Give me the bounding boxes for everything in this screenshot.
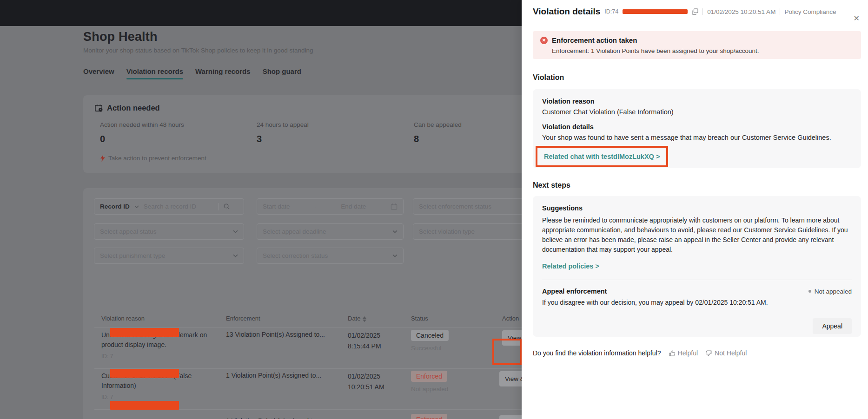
chevron-down-icon	[233, 254, 238, 257]
redaction-bar	[110, 369, 179, 378]
chevron-down-icon	[392, 254, 398, 257]
chevron-down-icon	[134, 205, 139, 208]
status-dot	[808, 290, 811, 293]
end-date-field[interactable]: End date	[341, 203, 366, 210]
prevent-enforcement-note: Take action to prevent enforcement	[100, 155, 206, 162]
appeal-enforcement-label: Appeal enforcement	[542, 288, 607, 295]
suggestions-label: Suggestions	[542, 204, 852, 212]
tab-overview[interactable]: Overview	[83, 67, 114, 79]
next-steps-heading: Next steps	[533, 181, 570, 190]
divider	[218, 203, 219, 210]
lightning-icon	[100, 155, 106, 162]
stat-24h-appeal: 24 hours to appeal 3	[257, 121, 309, 144]
tab-shop-guard[interactable]: Shop guard	[263, 67, 301, 79]
annotation-highlight	[492, 339, 522, 365]
record-id-search[interactable]: Record ID	[94, 198, 244, 215]
feedback-footer: Do you find the violation information he…	[533, 349, 747, 357]
violation-details-label: Violation details	[542, 123, 852, 131]
appeal-button[interactable]: Appeal	[813, 318, 852, 334]
violation-reason-value: Customer Chat Violation (False Informati…	[542, 108, 852, 116]
date-separator: -	[314, 203, 317, 210]
violation-details-value: Your shop was found to have sent a messa…	[542, 134, 852, 141]
correction-status-select[interactable]: Select correction status	[257, 248, 404, 264]
copy-icon[interactable]	[692, 8, 698, 15]
calendar-clock-icon	[94, 104, 103, 112]
redaction-bar	[623, 9, 688, 14]
redaction-bar	[110, 328, 179, 337]
start-date-field[interactable]: Start date	[263, 203, 290, 210]
calendar-icon[interactable]	[391, 203, 398, 210]
panel-title: Violation details	[533, 7, 600, 17]
action-needed-title: Action needed	[107, 104, 160, 112]
violation-section-heading: Violation	[533, 73, 564, 82]
col-enforcement: Enforcement	[226, 315, 260, 322]
stat-can-be-appealed: Can be appealed 8	[414, 121, 462, 144]
status-badge: Enforced	[411, 371, 447, 382]
violation-id: ID:74	[604, 8, 618, 15]
divider	[542, 280, 852, 280]
violation-card: Violation reason Customer Chat Violation…	[533, 89, 861, 168]
next-steps-card: Suggestions Please be reminded to commun…	[533, 196, 861, 337]
col-date: Date	[348, 315, 366, 322]
appeal-status-badge: Not appealed	[808, 288, 852, 295]
substatus: Not appealed	[411, 386, 448, 393]
thumbs-down-icon	[705, 350, 712, 357]
page-title: Shop Health	[83, 30, 158, 44]
not-helpful-button[interactable]: Not Helpful	[705, 349, 747, 357]
stat-action-needed: Action needed within 48 hours 0	[100, 121, 184, 144]
search-icon[interactable]	[223, 203, 230, 210]
related-policies-link[interactable]: Related policies >	[542, 262, 599, 270]
tab-bar: Overview Violation records Warning recor…	[83, 67, 301, 79]
col-status: Status	[411, 315, 428, 322]
violation-reason-label: Violation reason	[542, 98, 852, 105]
status-badge: Enforced	[411, 414, 447, 419]
alert-title: Enforcement action taken	[552, 36, 637, 44]
panel-header: Violation details ID:74 01/02/2025 10:20…	[533, 7, 836, 17]
page-subtitle: Monitor your shop status based on TikTok…	[83, 47, 313, 54]
tab-violation-records[interactable]: Violation records	[126, 67, 183, 79]
divider	[702, 8, 703, 15]
col-violation-reason: Violation reason	[101, 315, 145, 322]
suggestions-text: Please be reminded to communicate approp…	[542, 216, 852, 255]
appeal-deadline-select[interactable]: Select appeal deadline	[257, 223, 404, 240]
violation-timestamp: 01/02/2025 10:20:51 AM	[707, 8, 775, 15]
enforcement-alert: ✕ Enforcement action taken Enforcement: …	[533, 31, 861, 59]
action-needed-header: Action needed	[94, 104, 160, 112]
search-input[interactable]	[144, 203, 213, 210]
substatus: Successful	[411, 345, 449, 352]
redaction-bar	[110, 401, 179, 410]
helpful-button[interactable]: Helpful	[669, 349, 698, 357]
chevron-down-icon	[392, 230, 398, 233]
thumbs-up-icon	[669, 350, 676, 357]
close-icon[interactable]: ✕	[854, 15, 860, 22]
date-range-picker[interactable]: Start date - End date	[257, 198, 404, 215]
appeal-status-select[interactable]: Select appeal status	[94, 223, 244, 240]
tab-warning-records[interactable]: Warning records	[195, 67, 251, 79]
related-chat-link[interactable]: Related chat with testdlMozLukXQ >	[544, 153, 660, 160]
chevron-down-icon	[233, 230, 238, 233]
feedback-question: Do you find the violation information he…	[533, 349, 661, 357]
punishment-type-select[interactable]: Select punishment type	[94, 248, 244, 264]
record-id-select[interactable]: Record ID	[100, 203, 130, 210]
col-action: Action	[502, 315, 519, 322]
annotation-highlight: Related chat with testdlMozLukXQ >	[536, 146, 668, 167]
violation-details-panel: Violation details ID:74 01/02/2025 10:20…	[522, 0, 868, 419]
status-badge: Canceled	[411, 330, 449, 341]
error-icon: ✕	[540, 37, 548, 44]
divider	[780, 8, 780, 15]
alert-body: Enforcement: 1 Violation Points have bee…	[552, 47, 854, 54]
appeal-deadline-text: If you disagree with our decision, you m…	[542, 299, 852, 306]
sort-icon[interactable]	[363, 316, 366, 322]
violation-category: Policy Compliance	[784, 8, 836, 15]
